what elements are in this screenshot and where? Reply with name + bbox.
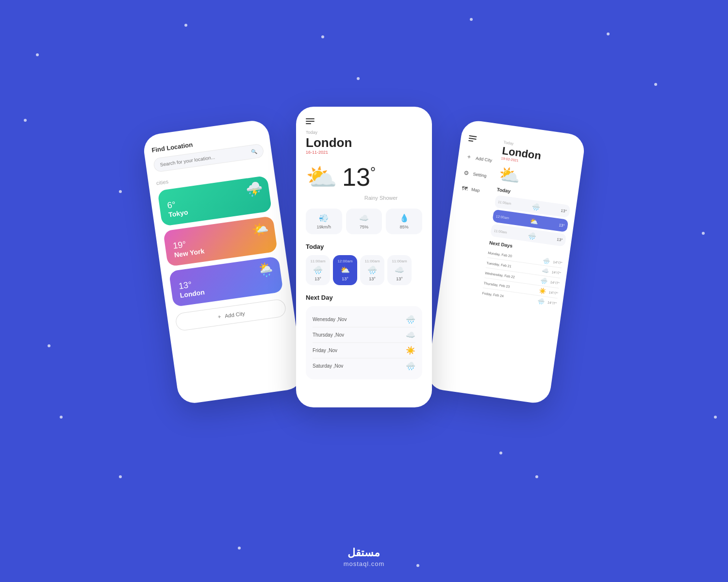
right-nextday-temp-3: 14°/7°: [550, 280, 560, 285]
center-temperature: 13°: [342, 164, 376, 190]
nextday-section: Wenesday ,Nov 🌧️ Thursday ,Nov ☁️ Friday…: [306, 306, 422, 379]
plus-icon: ＋: [216, 313, 222, 321]
center-weather-icon: ⛅: [306, 162, 337, 192]
stat-cloud-value: 75%: [360, 225, 368, 229]
sidebar-setting[interactable]: ⚙ Setting: [463, 169, 495, 180]
star: [416, 564, 419, 567]
plus-sidebar-icon: ＋: [465, 153, 472, 162]
center-city-name: London: [306, 136, 422, 150]
search-input[interactable]: [160, 149, 252, 167]
weather-main-row: ⛅ 13°: [306, 162, 422, 192]
star: [48, 344, 50, 347]
branding: مستقل mostaql.com: [344, 547, 385, 567]
center-today-label: Today: [306, 130, 422, 135]
today-section-title: Today: [306, 243, 422, 250]
map-sidebar-label: Map: [471, 187, 480, 193]
right-nextday-temp-2: 14°/7°: [551, 270, 561, 275]
london-weather-icon: 🌦️: [256, 261, 275, 279]
right-hour-temp-3: 13°: [557, 237, 563, 242]
star: [119, 190, 122, 193]
stat-rain: 💧 85%: [386, 209, 422, 234]
stat-wind: 💨 19km/h: [306, 209, 342, 234]
right-hourly: 11:00am 🌧️ 13° 12:00am ⛅ 13° 11:00am 🌧️ …: [490, 195, 570, 247]
tokyo-weather-icon: ⛈️: [245, 180, 264, 198]
nextday-day-3: Friday ,Nov: [313, 348, 406, 353]
nextday-row-3: Friday ,Nov ☀️: [313, 343, 415, 358]
right-nextday-icon-4: ☀️: [538, 287, 546, 295]
gear-sidebar-icon: ⚙: [463, 169, 470, 177]
star: [24, 119, 27, 122]
hour-card-2[interactable]: 12:00am ⛅ 13°: [333, 255, 357, 285]
hour-time-2: 12:00am: [337, 259, 352, 263]
hour-card-4[interactable]: 11:00am ☁️ 13°: [387, 255, 412, 285]
search-icon: 🔍: [251, 148, 257, 155]
right-nextday-icon-1: 🌧️: [543, 257, 551, 265]
hour-time-1: 11:00am: [310, 259, 325, 263]
star: [60, 416, 63, 419]
right-hour-icon-3: 🌧️: [528, 231, 537, 240]
right-hour-time-1: 11:00am: [498, 200, 512, 205]
setting-sidebar-label: Setting: [473, 172, 487, 178]
stat-wind-value: 19km/h: [317, 225, 331, 229]
add-city-label: Add City: [224, 310, 245, 319]
star: [470, 18, 473, 21]
phone-center: Today London 16-11-2021 ⛅ 13° Rainy Show…: [296, 107, 432, 407]
star: [607, 32, 610, 35]
right-nextday-icon-2: ☁️: [541, 267, 549, 275]
hamburger-menu-icon[interactable]: [306, 118, 314, 124]
add-city-sidebar-label: Add City: [476, 156, 493, 163]
hour-time-3: 11:00am: [364, 259, 380, 263]
hour-icon-4: ☁️: [395, 265, 404, 275]
hour-card-3[interactable]: 11:00am 🌧️ 13°: [360, 255, 384, 285]
phone-left: Find Location 🔍 cities ⛈️ 6° Tokyo 🌤️ 19…: [142, 119, 304, 405]
nextday-day-4: Saturday ,Nov: [313, 363, 406, 369]
map-sidebar-icon: 🗺: [461, 185, 468, 193]
nextday-section-title: Next Day: [306, 294, 422, 301]
nextday-row-4: Saturday ,Nov 🌧️: [313, 358, 415, 373]
right-hour-icon-2: ⛅: [529, 217, 539, 226]
hour-time-4: 11:00am: [392, 259, 407, 263]
right-nextday-icon-3: 🌧️: [540, 277, 548, 285]
star: [714, 416, 717, 419]
sidebar-map[interactable]: 🗺 Map: [461, 185, 493, 196]
sidebar-add-city[interactable]: ＋ Add City: [465, 153, 497, 165]
nextday-icon-4: 🌧️: [406, 361, 415, 371]
stat-cloud: ☁️ 75%: [346, 209, 382, 234]
cloud-icon: ☁️: [359, 213, 369, 223]
right-nextday-temp-4: 14°/7°: [548, 291, 558, 295]
phone-right: ＋ Add City ⚙ Setting 🗺 Map Today London …: [426, 119, 586, 405]
right-hour-icon-1: 🌧️: [531, 203, 541, 211]
stats-row: 💨 19km/h ☁️ 75% 💧 85%: [306, 209, 422, 234]
star: [702, 232, 705, 235]
star: [119, 475, 122, 478]
right-hamburger-icon[interactable]: [468, 135, 477, 142]
hour-card-1[interactable]: 11:00am 🌧️ 13°: [306, 255, 330, 285]
right-nextday-temp-5: 14°/7°: [547, 300, 557, 305]
phones-container: Find Location 🔍 cities ⛈️ 6° Tokyo 🌤️ 19…: [146, 97, 582, 485]
right-hour-temp-2: 13°: [559, 223, 565, 228]
right-hour-time-2: 12:00am: [496, 214, 509, 220]
nextday-row-2: Thursday ,Nov ☁️: [313, 327, 415, 343]
nextday-icon-2: ☁️: [406, 330, 415, 340]
hour-temp-2: 13°: [342, 276, 348, 281]
hour-icon-2: ⛅: [340, 265, 350, 275]
nextday-icon-3: ☀️: [406, 346, 415, 355]
star: [184, 24, 187, 27]
center-condition: Rainy Shower: [340, 195, 422, 201]
brand-latin: mostaql.com: [344, 560, 385, 567]
hour-temp-4: 13°: [396, 276, 403, 281]
right-nextdays-list: Monday, Feb 20 🌧️ 14°/7° Tuesday, Feb 21…: [481, 248, 563, 308]
nextday-day-1: Wenesday ,Nov: [313, 317, 406, 322]
right-hour-time-3: 11:00am: [494, 229, 507, 234]
nextday-day-2: Thursday ,Nov: [313, 332, 406, 338]
wind-icon: 💨: [319, 213, 329, 223]
star: [357, 77, 360, 80]
right-nextday-temp-1: 14°/7°: [553, 260, 563, 265]
nextday-icon-1: 🌧️: [406, 315, 415, 324]
hour-temp-1: 13°: [314, 276, 321, 281]
right-nextday-icon-5: 🌧️: [537, 297, 545, 305]
hour-temp-3: 13°: [369, 276, 376, 281]
hour-icon-3: 🌧️: [367, 265, 377, 275]
hour-icon-1: 🌧️: [313, 265, 323, 275]
star: [238, 547, 241, 550]
